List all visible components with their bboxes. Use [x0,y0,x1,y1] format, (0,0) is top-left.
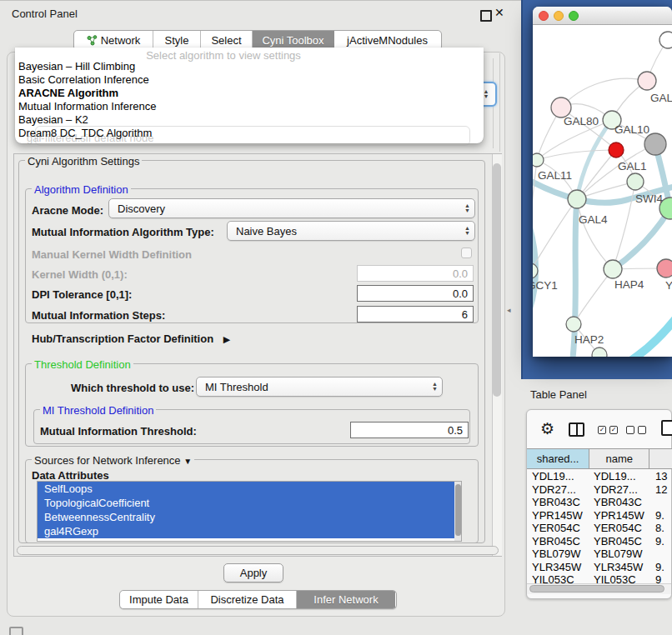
mi-threshold-group-title: MI Threshold Definition [40,404,156,417]
attribute-item-betweennesscentrality[interactable]: BetweennessCentrality [38,510,461,524]
node-label-gal80: GAL80 [564,115,599,128]
table-row[interactable]: YER054CYER054C8. [527,522,672,535]
which-threshold-combo[interactable]: MI Threshold ▲▼ [196,377,443,397]
close-panel-icon[interactable]: ✕ [494,6,504,19]
table-row[interactable]: YPR145WYPR145W9. [527,509,672,522]
vertical-scrollbar-thumb[interactable] [493,163,501,397]
deselect-all-checkbox-icon[interactable] [638,426,646,434]
data-attributes-list: SelfLoopsTopologicalCoefficientBetweenne… [37,481,462,542]
kernel-width-field[interactable] [357,265,474,282]
file-icon[interactable] [661,420,672,436]
gear-icon[interactable]: ⚙ [540,419,554,438]
mi-threshold-label: Mutual Information Threshold: [40,425,197,438]
table-cell: YBL079W [527,548,589,561]
table-row[interactable]: YLR345WYLR345W9. [527,561,672,574]
tab-label: Style [165,34,189,47]
column-header-name[interactable]: name [589,449,649,468]
table-cell: YBR043C [527,496,589,509]
tab-discretize-data[interactable]: Discretize Data [198,591,297,608]
select-all-checkbox-icon[interactable]: ✓ [609,426,618,434]
table-row[interactable]: YDL19...YDL19...13 [527,470,672,483]
table-panel-title: Table Panel [530,388,587,401]
network-canvas[interactable]: GALGAL80GAL10GAL1GAL11SWI4GAL4GCY1HAP4YH… [533,25,672,357]
zoom-window-icon[interactable] [569,11,579,21]
table-row[interactable]: YDR27...YDR27...12 [527,483,672,497]
select-all-checkbox-icon[interactable]: ✓ [598,426,606,434]
which-threshold-value: MI Threshold [205,381,268,393]
table-row[interactable]: YIL053CYIL053C9 [527,573,672,583]
table-cell: 9. [650,535,672,548]
network-node-gal[interactable] [638,72,656,90]
panel-title: Control Panel [12,8,78,20]
hidden-groupbox-edge [499,53,500,152]
tab-label: Network [101,34,141,47]
table-row[interactable]: YBR045CYBR045C9. [527,535,672,548]
tab-infer-network[interactable]: Infer Network [297,591,395,608]
node-label-swi4: SWI4 [635,192,663,205]
deselect-all-checkbox-icon[interactable] [626,426,634,434]
table-cell: YER054C [527,522,589,535]
network-node-gal4[interactable] [568,190,586,208]
horizontal-scrollbar-thumb[interactable] [17,546,499,555]
float-panel-icon[interactable] [480,10,492,22]
network-node[interactable] [659,32,672,48]
sources-group-title[interactable]: Sources for Network Inference ▼ [32,454,194,467]
table-cell: YLR345W [589,561,650,574]
node-label-y: Y [665,279,672,292]
minimize-window-icon[interactable] [554,11,564,21]
table-cell: YER054C [589,522,650,535]
attribute-item-selfloops[interactable]: SelfLoops [38,482,461,496]
hub-definition-expander[interactable]: Hub/Transcription Factor Definition ▶ [32,332,230,345]
panel-splitter-handle[interactable]: ◂ [507,306,511,314]
table-cell: YDR27... [589,483,650,497]
network-node[interactable] [644,133,666,155]
apply-button[interactable]: Apply [223,563,283,582]
network-node-y[interactable] [657,259,672,278]
table-cell: YLR345W [527,561,589,574]
table-cell: YIL053C [527,573,589,583]
attr-list-scrollbar-thumb[interactable] [455,484,461,536]
column-header-shared[interactable]: shared... [527,449,589,468]
network-edge-teal-thin [577,120,612,199]
aracne-mode-value: Discovery [118,202,165,215]
table-hscrollbar-thumb[interactable] [529,585,664,592]
network-node-gal1[interactable] [627,173,644,190]
dropdown-item-bayesian-hill-climbing[interactable]: Bayesian – Hill Climbing [18,60,480,73]
dropdown-item-dream8-dc-tdc-algorithm[interactable]: Dream8 DC_TDC Algorithm [18,127,480,140]
table-row[interactable]: YBL079WYBL079W [527,548,672,561]
column-header-cut[interactable] [649,449,672,468]
close-window-icon[interactable] [539,11,549,21]
minimized-panel-icon[interactable] [9,627,23,635]
dropdown-item-aracne-algorithm[interactable]: ARACNE Algorithm [18,87,480,100]
network-node-hap2[interactable] [566,317,581,332]
dropdown-item-bayesian-k2[interactable]: Bayesian – K2 [18,113,480,127]
table-cell: YPR145W [527,509,589,522]
dropdown-item-basic-correlation-inference[interactable]: Basic Correlation Inference [18,73,480,87]
manual-kernel-width-label: Manual Kernel Width Definition [32,248,192,261]
table-row[interactable]: YBR043CYBR043C [527,496,672,509]
table-cell: YBR043C [589,496,650,509]
network-node[interactable] [609,142,624,158]
combo-stepper-icon: ▲▼ [460,226,474,236]
attribute-item-gal4rgexp[interactable]: gal4RGexp [38,524,461,538]
table-cell: YIL053C [589,573,650,583]
table-cell [650,496,672,509]
dropdown-item-mutual-information-inference[interactable]: Mutual Information Inference [18,100,480,113]
node-label-hap4: HAP4 [614,278,644,291]
attribute-item-topologicalcoefficient[interactable]: TopologicalCoefficient [38,496,461,510]
table-cell: YBR045C [527,535,589,548]
mi-steps-field[interactable] [357,306,474,322]
network-node-hap4[interactable] [604,260,622,278]
table-cell: 12 [650,483,672,497]
mi-threshold-field[interactable] [350,422,469,438]
dpi-tolerance-field[interactable] [357,285,474,302]
network-node-gal11[interactable] [533,153,544,167]
network-window-titlebar[interactable] [533,7,672,25]
manual-kernel-width-checkbox[interactable] [461,248,472,258]
tab-impute-data[interactable]: Impute Data [120,591,198,608]
split-columns-icon[interactable] [569,422,584,437]
table-cell: 13 [650,470,672,483]
mi-algorithm-type-combo[interactable]: Naive Bayes ▲▼ [227,221,475,241]
node-label-gal4: GAL4 [579,213,608,226]
aracne-mode-combo[interactable]: Discovery ▲▼ [108,198,475,218]
